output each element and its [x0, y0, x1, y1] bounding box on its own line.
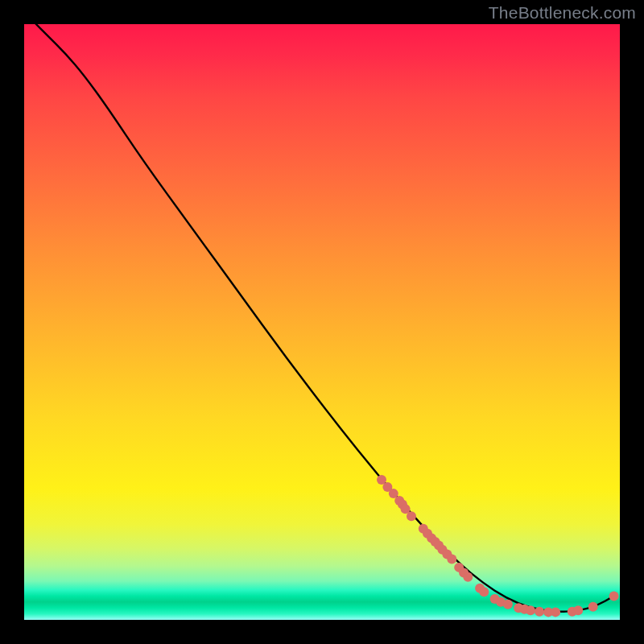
- chart-svg-overlay: [24, 24, 620, 620]
- bottleneck-curve-line: [36, 24, 614, 612]
- data-point: [535, 607, 544, 617]
- data-point: [551, 607, 560, 617]
- data-point: [609, 591, 619, 601]
- data-point: [573, 605, 583, 615]
- data-point: [588, 602, 598, 612]
- chart-gradient-background: [24, 24, 620, 620]
- data-points-group: [377, 475, 619, 617]
- data-point: [463, 572, 473, 582]
- watermark-text: TheBottleneck.com: [489, 3, 636, 23]
- data-point: [503, 600, 513, 609]
- data-point: [526, 605, 535, 615]
- data-point: [479, 587, 489, 597]
- data-point: [407, 511, 416, 521]
- data-point: [447, 555, 456, 564]
